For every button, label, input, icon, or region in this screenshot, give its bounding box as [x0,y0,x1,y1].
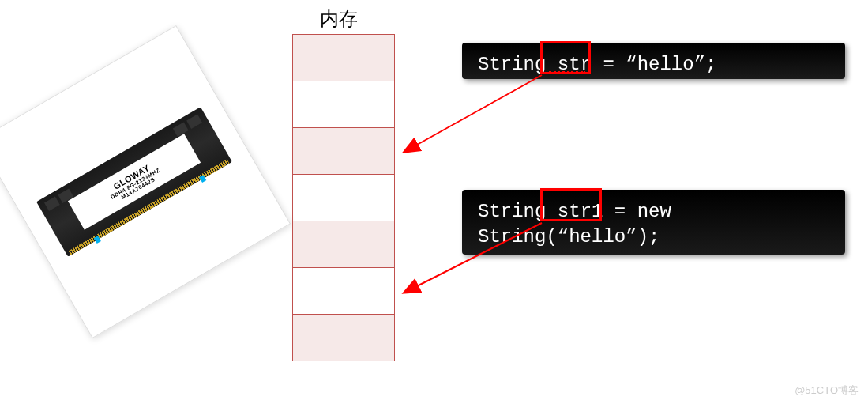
memory-cell [292,81,395,128]
memory-cell [292,34,395,81]
arrow-str [404,75,542,152]
memory-cell [292,127,395,175]
code-assign: = “hello”; [603,54,716,75]
memory-column [292,35,395,361]
memory-cell [292,267,395,315]
underline-wiggle [547,71,585,74]
memory-cell [292,221,395,268]
code-box-str: String str = “hello”; [462,43,845,79]
code-line2b: String(“hello”); [478,226,659,247]
ram-chip [173,123,189,137]
ram-stick: GLOWAY DDR4 8G-2133MHZ M14A70442S [36,107,232,256]
watermark: @51CTO博客 [795,383,859,398]
code-type: String [478,54,546,75]
code-box-str1: String str1 = new String(“hello”); [462,190,845,255]
ram-chip [44,197,60,211]
code-var: str1 [558,201,603,222]
memory-title: 内存 [320,6,358,32]
code-assign: = new [614,201,671,222]
memory-cell [292,174,395,221]
code-type: String [478,201,546,222]
memory-cell [292,314,395,361]
ram-photo: GLOWAY DDR4 8G-2133MHZ M14A70442S [0,25,291,338]
ram-chip [186,115,202,129]
